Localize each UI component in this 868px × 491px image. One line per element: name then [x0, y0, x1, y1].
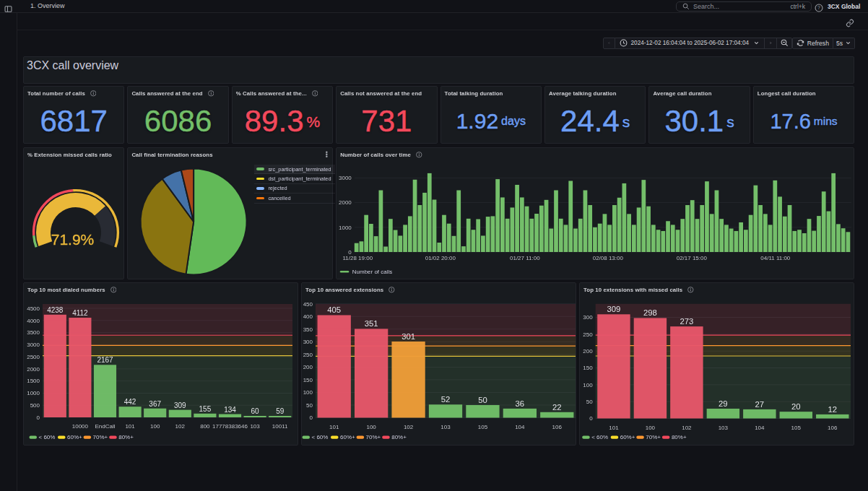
svg-text:3000: 3000 [339, 175, 352, 181]
svg-text:29: 29 [719, 399, 728, 408]
svg-text:200: 200 [583, 348, 593, 355]
svg-text:71.9%: 71.9% [51, 231, 95, 248]
svg-text:17778383646: 17778383646 [212, 423, 248, 430]
svg-text:405: 405 [327, 305, 341, 314]
svg-text:02/17 15:00: 02/17 15:00 [677, 255, 708, 261]
svg-text:351: 351 [365, 319, 378, 328]
svg-text:4238: 4238 [47, 306, 64, 314]
svg-text:105: 105 [478, 424, 488, 430]
svg-text:04/11 11:00: 04/11 11:00 [760, 255, 791, 261]
svg-text:27: 27 [755, 400, 765, 409]
svg-text:100: 100 [583, 382, 593, 388]
svg-text:80%+: 80%+ [672, 434, 687, 440]
svg-text:298: 298 [643, 308, 657, 317]
svg-text:0: 0 [589, 415, 593, 422]
svg-text:442: 442 [124, 398, 136, 406]
svg-text:< 60%: < 60% [39, 434, 56, 440]
svg-text:1500: 1500 [27, 378, 40, 384]
svg-text:103: 103 [719, 425, 729, 431]
svg-text:80%+: 80%+ [118, 434, 134, 440]
svg-text:450: 450 [303, 301, 313, 308]
svg-text:2000: 2000 [27, 366, 40, 373]
svg-text:103: 103 [250, 423, 260, 430]
svg-text:309: 309 [174, 401, 186, 409]
svg-text:200: 200 [303, 364, 313, 370]
svg-text:4000: 4000 [27, 318, 40, 324]
svg-text:100: 100 [150, 423, 160, 430]
svg-text:70%+: 70%+ [366, 434, 381, 440]
svg-text:102: 102 [682, 425, 692, 431]
svg-text:12: 12 [828, 405, 837, 414]
svg-text:80%+: 80%+ [391, 434, 407, 440]
svg-text:2000: 2000 [339, 199, 352, 206]
svg-text:60%+: 60%+ [620, 434, 635, 440]
svg-text:106: 106 [552, 424, 563, 430]
svg-text:400: 400 [303, 313, 313, 320]
svg-text:367: 367 [149, 400, 161, 408]
svg-text:0: 0 [37, 414, 40, 421]
svg-text:150: 150 [583, 365, 593, 371]
svg-text:60%+: 60%+ [340, 434, 355, 440]
svg-text:10000: 10000 [72, 423, 89, 430]
svg-text:105: 105 [791, 425, 802, 431]
svg-text:01/27 11:00: 01/27 11:00 [510, 255, 540, 261]
svg-text:36: 36 [516, 399, 525, 408]
svg-text:52: 52 [441, 395, 451, 404]
svg-text:301: 301 [402, 332, 415, 341]
svg-text:104: 104 [755, 425, 765, 431]
svg-text:350: 350 [303, 326, 313, 333]
svg-text:2167: 2167 [97, 356, 113, 364]
svg-text:100: 100 [303, 389, 313, 396]
svg-text:103: 103 [440, 424, 451, 430]
svg-text:1000: 1000 [27, 390, 40, 396]
svg-text:70%+: 70%+ [93, 434, 108, 440]
svg-text:4500: 4500 [27, 305, 40, 312]
svg-text:300: 300 [303, 339, 313, 345]
svg-text:0: 0 [310, 414, 313, 421]
svg-text:10011: 10011 [272, 423, 288, 430]
svg-text:250: 250 [583, 331, 593, 338]
svg-text:0: 0 [349, 249, 352, 256]
svg-text:101: 101 [329, 424, 339, 430]
svg-text:3000: 3000 [27, 342, 40, 348]
svg-text:70%+: 70%+ [646, 434, 661, 440]
svg-text:104: 104 [515, 424, 525, 430]
svg-text:4112: 4112 [72, 309, 88, 317]
svg-text:101: 101 [609, 425, 619, 431]
svg-text:22: 22 [552, 403, 562, 412]
svg-text:50: 50 [306, 402, 313, 409]
svg-text:100: 100 [366, 424, 376, 430]
svg-text:2500: 2500 [27, 354, 40, 360]
svg-text:273: 273 [680, 317, 693, 326]
svg-text:Number of calls: Number of calls [352, 269, 392, 275]
svg-text:1000: 1000 [339, 225, 352, 231]
svg-text:11/28 19:00: 11/28 19:00 [343, 255, 373, 261]
svg-text:50: 50 [586, 399, 593, 405]
svg-text:EndCall: EndCall [95, 423, 115, 430]
svg-text:50: 50 [478, 396, 487, 404]
svg-text:?: ? [817, 5, 820, 10]
svg-text:20: 20 [791, 402, 801, 411]
svg-text:106: 106 [828, 425, 838, 431]
svg-text:300: 300 [583, 314, 593, 321]
svg-text:155: 155 [199, 405, 212, 413]
svg-text:01/02 20:00: 01/02 20:00 [425, 255, 456, 261]
svg-text:500: 500 [30, 402, 40, 409]
svg-text:59: 59 [276, 407, 285, 415]
svg-text:102: 102 [175, 423, 186, 430]
svg-text:< 60%: < 60% [591, 434, 608, 440]
svg-text:800: 800 [200, 423, 210, 430]
svg-text:< 60%: < 60% [312, 434, 329, 440]
svg-text:101: 101 [125, 423, 135, 430]
svg-text:3500: 3500 [27, 329, 40, 336]
svg-text:100: 100 [646, 425, 656, 431]
svg-text:60%+: 60%+ [67, 434, 82, 440]
svg-text:102: 102 [404, 424, 414, 430]
svg-text:150: 150 [303, 377, 313, 383]
svg-text:60: 60 [251, 407, 260, 415]
svg-text:309: 309 [607, 305, 621, 313]
svg-text:250: 250 [303, 352, 313, 358]
svg-text:134: 134 [224, 406, 236, 414]
svg-text:02/08 13:00: 02/08 13:00 [593, 255, 624, 261]
